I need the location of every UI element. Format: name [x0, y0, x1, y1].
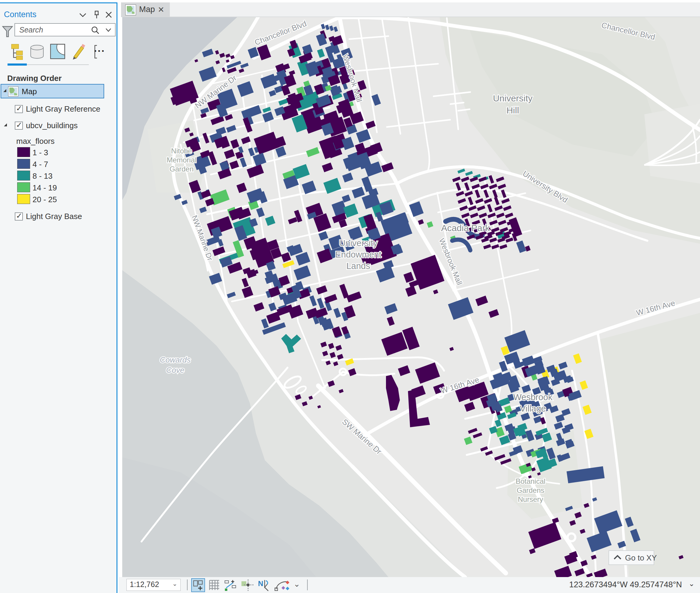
svg-text:Acadia Park: Acadia Park	[441, 223, 490, 233]
svg-text:University: University	[339, 238, 377, 248]
svg-text:Hill: Hill	[506, 105, 519, 115]
svg-text:Nitobe: Nitobe	[171, 147, 192, 155]
svg-text:Botanical: Botanical	[516, 477, 546, 485]
svg-text:Nursery: Nursery	[518, 495, 543, 503]
svg-text:University: University	[493, 93, 532, 103]
svg-text:Memorial: Memorial	[167, 156, 196, 164]
svg-text:Garden: Garden	[170, 165, 194, 173]
svg-text:Lands: Lands	[346, 261, 370, 271]
svg-text:Gardens: Gardens	[517, 486, 544, 494]
svg-text:Cowards: Cowards	[160, 355, 191, 364]
svg-text:Cove: Cove	[166, 365, 185, 374]
svg-text:Endowment: Endowment	[335, 250, 381, 259]
svg-text:Go to XY: Go to XY	[625, 553, 657, 562]
svg-text:Wesbrook: Wesbrook	[513, 392, 553, 402]
svg-text:Village: Village	[520, 404, 546, 413]
svg-text:N: N	[258, 580, 263, 588]
